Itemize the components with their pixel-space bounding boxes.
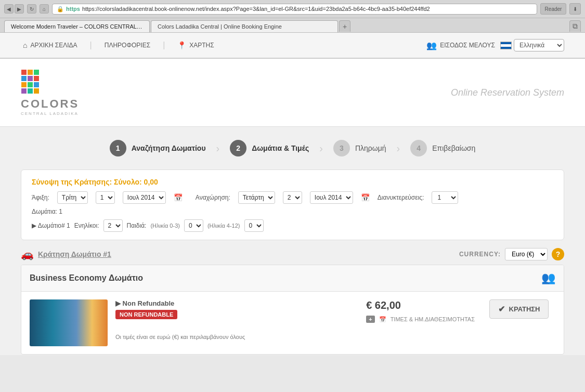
book-btn-area: ✔ ΚΡΑΤΗΣΗ bbox=[483, 299, 555, 319]
nav-map[interactable]: 📍 ΧΑΡΤΗΣ bbox=[175, 41, 216, 49]
rooms-row: Δωμάτια: 1 bbox=[32, 208, 553, 215]
room-booking-link[interactable]: Κράτηση Δωμάτιο #1 bbox=[38, 250, 111, 258]
nav-home-label: ΑΡΧΙΚΗ ΣΕΛΙΔΑ bbox=[30, 42, 77, 49]
reload-button[interactable]: ↻ bbox=[27, 4, 36, 14]
map-icon: 📍 bbox=[177, 41, 186, 49]
book-button[interactable]: ✔ ΚΡΑΤΗΣΗ bbox=[489, 299, 549, 319]
nav-info[interactable]: ΠΛΗΡΟΦΟΡΙΕΣ bbox=[102, 42, 152, 49]
logo-subtext: CENTRAL LADADIKA bbox=[21, 111, 79, 116]
arrival-calendar-icon[interactable]: 📅 bbox=[174, 193, 183, 202]
back-button[interactable]: ◀ bbox=[4, 4, 14, 14]
top-nav-right: 👥 ΕΙΣΟΔΟΣ ΜΕΛΟΥΣ Ελληνικά English bbox=[426, 39, 564, 51]
step-4: 4 Επιβεβαίωση bbox=[410, 140, 475, 156]
children-age1-select[interactable]: 01 bbox=[184, 219, 203, 232]
tab-1[interactable]: Welcome Modern Traveler – COLORS CENTRAL… bbox=[4, 20, 150, 32]
rate-desc: Οι τιμές είναι σε ευρώ (€) και περιλαμβά… bbox=[115, 334, 358, 340]
browser-chrome: ◀ ▶ ↻ ⌂ 🔒 https https://colorsladadikace… bbox=[0, 0, 585, 33]
system-title: Online Reservation System bbox=[451, 87, 564, 98]
logo-text: COLORS bbox=[21, 97, 79, 111]
departure-day-num-select[interactable]: 2 bbox=[283, 191, 302, 204]
browser-nav-group: ◀ ▶ bbox=[4, 4, 24, 14]
flag-icon bbox=[500, 42, 512, 49]
price-value: € 62,00 bbox=[366, 299, 401, 311]
room-car-icon: 🚗 bbox=[21, 248, 34, 260]
rate-badge: NON REFUNDABLE bbox=[115, 310, 358, 318]
nav-home[interactable]: ⌂ ΑΡΧΙΚΗ ΣΕΛΙΔΑ bbox=[21, 41, 80, 49]
currency-label: CURRENCY: bbox=[459, 251, 501, 258]
step-arrow-3: › bbox=[397, 142, 400, 154]
children-label: Παιδιά: bbox=[127, 222, 147, 229]
nav-map-label: ΧΑΡΤΗΣ bbox=[189, 42, 214, 49]
rate-label: ▶ Non Refundable bbox=[115, 299, 174, 307]
home-button[interactable]: ⌂ bbox=[40, 4, 49, 14]
download-button[interactable]: ⬇ bbox=[569, 3, 581, 15]
tab-2[interactable]: Colors Ladadika Central | Online Booking… bbox=[151, 20, 338, 32]
summary-title-text: Σύνοψη της Κράτησης: bbox=[32, 178, 114, 186]
login-button[interactable]: 👥 ΕΙΣΟΔΟΣ ΜΕΛΟΥΣ bbox=[426, 41, 495, 50]
logo-container: COLORS CENTRAL LADADIKA bbox=[21, 69, 79, 116]
room-card: Business Economy Δωμάτιο 👥 ▶ Non Refunda… bbox=[21, 265, 564, 355]
currency-select[interactable]: Euro (€) USD ($) GBP (£) bbox=[505, 248, 548, 260]
login-label: ΕΙΣΟΔΟΣ ΜΕΛΟΥΣ bbox=[440, 42, 495, 49]
lang-select[interactable]: Ελληνικά English bbox=[514, 39, 564, 51]
nights-label: Διανυκτερεύσεις: bbox=[378, 194, 424, 201]
arrival-day-select[interactable]: Τρίτη bbox=[57, 191, 88, 204]
url-bar[interactable]: 🔒 https https://colorsladadikacentral.bo… bbox=[52, 4, 537, 15]
window-button[interactable]: ⧉ bbox=[569, 20, 581, 32]
departure-calendar-icon[interactable]: 📅 bbox=[361, 193, 370, 202]
check-icon: ✔ bbox=[498, 304, 505, 314]
room-detail: ▶ Δωμάτιο# 1 Ενηλίκοι: 2 134 Παιδιά: (Ηλ… bbox=[32, 219, 553, 232]
summary-title: Σύνοψη της Κράτησης: Σύνολο: 0,00 bbox=[32, 178, 553, 186]
nav-sep-2: | bbox=[163, 41, 165, 50]
children-age2-select[interactable]: 01 bbox=[244, 219, 264, 232]
plus-icon: + bbox=[366, 316, 374, 323]
reader-button[interactable]: Reader bbox=[540, 3, 566, 15]
help-button[interactable]: ? bbox=[552, 248, 564, 260]
adults-select[interactable]: 2 134 bbox=[103, 219, 123, 232]
browser-tabs: Welcome Modern Traveler – COLORS CENTRAL… bbox=[0, 18, 585, 32]
step-2: 2 Δωμάτια & Τιμές bbox=[230, 140, 309, 156]
arrival-day-num-select[interactable]: 1 bbox=[96, 191, 115, 204]
step-arrow-1: › bbox=[216, 142, 220, 154]
nav-sep-1: | bbox=[90, 41, 92, 50]
rate-badge-text: NON REFUNDABLE bbox=[115, 310, 177, 319]
logo-area: COLORS CENTRAL LADADIKA Online Reservati… bbox=[0, 59, 585, 127]
price-options[interactable]: + 📅 ΤΙΜΕΣ & ΗΜ.ΔΙΑΘΕΣΙΜΟΤΗΤΑΣ bbox=[366, 316, 475, 323]
children-age2-label: (Ηλικία 4-12) bbox=[207, 223, 240, 229]
persons-icon: 👥 bbox=[541, 271, 555, 285]
add-tab-button[interactable]: + bbox=[339, 20, 350, 32]
browser-titlebar: ◀ ▶ ↻ ⌂ 🔒 https https://colorsladadikace… bbox=[0, 0, 585, 18]
currency-area: CURRENCY: Euro (€) USD ($) GBP (£) ? bbox=[459, 248, 564, 260]
step-2-label: Δωμάτια & Τιμές bbox=[252, 144, 309, 152]
step-2-circle: 2 bbox=[230, 140, 246, 156]
home-icon: ⌂ bbox=[23, 41, 27, 49]
room-card-title: Business Economy Δωμάτιο bbox=[30, 273, 143, 283]
departure-day-select[interactable]: Τετάρτη bbox=[238, 191, 275, 204]
nights-select[interactable]: 1 bbox=[432, 191, 458, 204]
arrival-month-select[interactable]: Ιουλ 2014 bbox=[123, 191, 166, 204]
room-booking-header: 🚗 Κράτηση Δωμάτιο #1 CURRENCY: Euro (€) … bbox=[21, 248, 564, 260]
rooms-label: Δωμάτια: 1 bbox=[32, 208, 62, 215]
booking-summary: Σύνοψη της Κράτησης: Σύνολο: 0,00 Άφιξη:… bbox=[21, 169, 564, 240]
page-wrapper: ⌂ ΑΡΧΙΚΗ ΣΕΛΙΔΑ | ΠΛΗΡΟΦΟΡΙΕΣ | 📍 ΧΑΡΤΗΣ… bbox=[0, 33, 585, 355]
step-1-label: Αναζήτηση Δωματίου bbox=[132, 144, 206, 152]
summary-total-value: 0,00 bbox=[144, 178, 158, 186]
step-4-label: Επιβεβαίωση bbox=[432, 144, 475, 152]
cal-icon: 📅 bbox=[379, 316, 386, 323]
url-https: https bbox=[66, 6, 80, 12]
room-info: ▶ Non Refundable NON REFUNDABLE Οι τιμές… bbox=[115, 299, 358, 340]
top-nav-left: ⌂ ΑΡΧΙΚΗ ΣΕΛΙΔΑ | ΠΛΗΡΟΦΟΡΙΕΣ | 📍 ΧΑΡΤΗΣ bbox=[21, 41, 216, 50]
steps-bar: 1 Αναζήτηση Δωματίου › 2 Δωμάτια & Τιμές… bbox=[0, 127, 585, 169]
forward-button[interactable]: ▶ bbox=[15, 4, 24, 14]
room-card-header: Business Economy Δωμάτιο 👥 bbox=[21, 265, 564, 292]
departure-label: Αναχώρηση: bbox=[196, 194, 230, 201]
user-icon: 👥 bbox=[426, 41, 437, 50]
step-3-circle: 3 bbox=[333, 140, 350, 156]
step-1: 1 Αναζήτηση Δωματίου bbox=[110, 140, 206, 156]
room-num-label: ▶ Δωμάτιο# 1 bbox=[32, 222, 70, 229]
adults-label: Ενηλίκοι: bbox=[74, 222, 99, 229]
departure-month-select[interactable]: Ιουλ 2014 bbox=[310, 191, 353, 204]
url-text: https://colorsladadikacentral.book-onlin… bbox=[82, 6, 430, 12]
price-options-label: ΤΙΜΕΣ & ΗΜ.ΔΙΑΘΕΣΙΜΟΤΗΤΑΣ bbox=[391, 316, 475, 322]
top-nav: ⌂ ΑΡΧΙΚΗ ΣΕΛΙΔΑ | ΠΛΗΡΟΦΟΡΙΕΣ | 📍 ΧΑΡΤΗΣ… bbox=[0, 33, 585, 59]
